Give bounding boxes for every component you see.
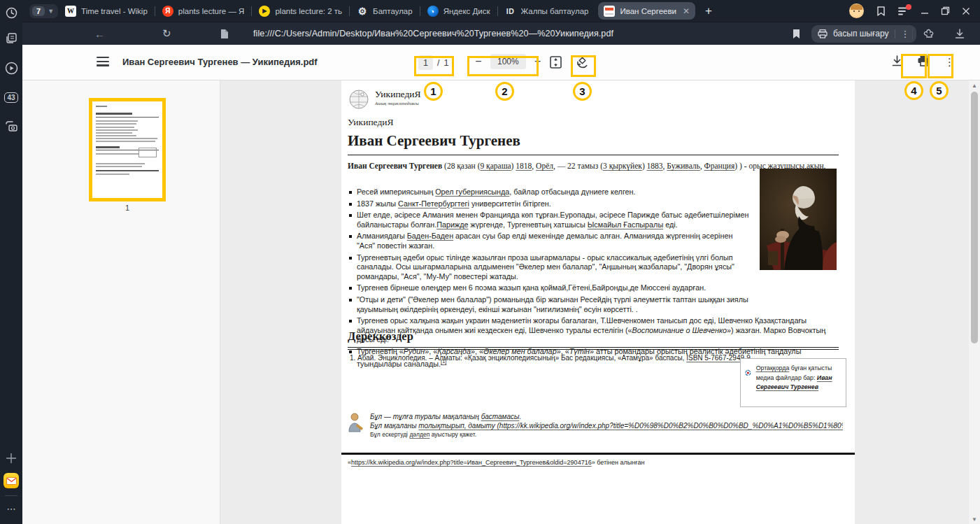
bookmark-icon[interactable] xyxy=(792,29,801,39)
vertical-scrollbar[interactable]: ▲ ▼ xyxy=(969,80,980,524)
tab-count-value: 7 xyxy=(32,6,45,16)
tab-plants-lecture-yandex[interactable]: Я plants lecture — Я xyxy=(155,0,252,22)
sidebar-divider xyxy=(5,495,17,496)
stub-person-icon xyxy=(348,412,364,432)
pdf-content-area: 1 УикипедиЯ Ашық энциклопедиясы Уикипеди… xyxy=(22,80,980,524)
annotation-number-3: 3 xyxy=(573,82,592,101)
annotation-box-page-counter xyxy=(414,56,454,76)
print-page-button[interactable]: басып шығару ⋮ xyxy=(811,25,916,43)
tab-panels-icon[interactable] xyxy=(0,29,22,47)
page-thumbnail[interactable] xyxy=(89,98,166,201)
annotation-number-4: 4 xyxy=(904,81,923,100)
tab-plants-lecture-video[interactable]: ▶ plants lecture: 2 ть xyxy=(252,0,349,22)
commons-box: Ортаққорда бұған қатысты медиа файлдар б… xyxy=(740,358,846,407)
doc-link[interactable]: 3 қыркүйек xyxy=(603,162,642,170)
profile-avatar[interactable] xyxy=(849,3,864,18)
browser-menu-icon[interactable] xyxy=(898,7,909,15)
doc-link[interactable]: https://kk.wikipedia.org/w/index.php?tit… xyxy=(351,459,592,466)
article-bullet: Алманиядағы Баден-Баден арасан суы бар е… xyxy=(348,232,751,250)
badge-43-icon[interactable]: 43 xyxy=(0,88,22,106)
tab-yandex-disk[interactable]: ◗ Яндекс Диск xyxy=(420,0,497,22)
tab-close-icon[interactable]: ✕ xyxy=(683,6,690,16)
article-bullet: "Отцы и дети" ("Әкелер мен балалар") ром… xyxy=(348,295,751,314)
back-icon[interactable]: ← xyxy=(94,28,105,40)
footer-divider xyxy=(341,453,855,455)
notification-dot xyxy=(906,4,911,10)
doc-link[interactable]: толықтырып, дамыту (https://kk.wikipedia… xyxy=(418,422,843,430)
scrollbar-thumb[interactable] xyxy=(971,92,978,344)
doc-link[interactable]: 1883 xyxy=(647,162,663,170)
doc-link[interactable]: Франция xyxy=(704,162,735,170)
thumbnail-page-number: 1 xyxy=(89,204,166,212)
maximize-button[interactable] xyxy=(941,6,950,15)
url-text[interactable]: file:///C:/Users/Admin/Desktop/Иван%20Се… xyxy=(253,29,613,38)
thumbnail-panel: 1 xyxy=(22,80,220,524)
thumbnail-preview xyxy=(92,101,162,198)
article-bullet: Ресей империясының Орел губерниясында, б… xyxy=(348,187,751,197)
play-circle-icon[interactable] xyxy=(0,59,22,77)
doc-link[interactable]: Орел губерниясында xyxy=(435,187,509,196)
stub-line-1: Бұл — тұлға туралы мақаланың бастамасы. xyxy=(370,412,843,421)
sidebar-more-icon[interactable]: ⋯ xyxy=(0,500,22,518)
article-bullet: 1837 жылы Санкт-Петербургтегі университе… xyxy=(348,199,751,209)
pdf-filename: Иван Сергеевич Тургенев — Уикипедия.pdf xyxy=(122,57,318,67)
scroll-up-icon[interactable]: ▲ xyxy=(969,80,980,90)
chevron-down-icon: ▼ xyxy=(48,8,54,15)
doc-link[interactable]: Парижде xyxy=(436,220,468,229)
article-title: Иван Сергеевич Тургенев xyxy=(348,132,839,155)
collections-icon[interactable] xyxy=(923,28,936,39)
tab-bar: 7 ▼ W Time travel - Wikip Я plants lectu… xyxy=(22,0,980,22)
doc-link[interactable]: Орёл xyxy=(536,162,553,170)
close-button[interactable] xyxy=(962,7,970,15)
print-button-label: басып шығару xyxy=(833,29,889,38)
stub-line-3: Бұл ескертуді дәлдеп ауыстыру қажет. xyxy=(370,430,843,439)
minimize-button[interactable] xyxy=(921,7,929,15)
site-label: УикипедиЯ xyxy=(348,117,394,128)
doc-link[interactable]: 1818 xyxy=(516,162,532,170)
doc-link[interactable]: Баден-Баден xyxy=(407,232,453,240)
tab-general-settings[interactable]: ID Жалпы баптаулар xyxy=(498,0,596,22)
doc-link[interactable]: бастамасы xyxy=(481,413,520,420)
scroll-down-icon[interactable]: ▼ xyxy=(969,514,980,524)
fit-to-page-icon[interactable] xyxy=(549,55,562,72)
gear-icon: ⚙ xyxy=(357,6,368,17)
stub-line-2: Бұл мақаланы толықтырып, дамыту (https:/… xyxy=(370,421,843,430)
annotation-box-download xyxy=(901,54,927,78)
wikipedia-logo: УикипедиЯ Ашық энциклопедиясы xyxy=(348,89,421,111)
bookmarks-panel-icon[interactable] xyxy=(876,6,886,17)
browser-window: 43 ⋯ 7 ▼ W Time travel - Wikip Я plants … xyxy=(0,0,980,524)
wikipedia-globe-icon xyxy=(348,89,371,111)
sidebar-badge: 43 xyxy=(4,92,17,103)
sidebar-add-icon[interactable] xyxy=(0,449,22,467)
screenshot-camera-icon[interactable] xyxy=(0,118,22,136)
print-options-kebab-icon[interactable]: ⋮ xyxy=(901,29,910,39)
tab-time-travel[interactable]: W Time travel - Wikip xyxy=(58,0,155,22)
annotation-box-print xyxy=(928,54,953,78)
doc-link[interactable]: 9 қараша xyxy=(480,162,511,170)
yandex-mail-icon[interactable] xyxy=(0,472,22,490)
doc-link[interactable]: дәлдеп xyxy=(409,431,429,438)
history-icon[interactable] xyxy=(0,3,22,22)
youtube-icon: ▶ xyxy=(259,6,270,17)
downloads-icon[interactable] xyxy=(955,29,965,39)
yandex-disk-icon: ◗ xyxy=(427,6,439,17)
page-file-icon xyxy=(220,29,229,39)
addressbar-divider xyxy=(912,29,913,39)
tab-settings[interactable]: ⚙ Баптаулар xyxy=(350,0,420,22)
article-bullet: Тургенев бірнеше өлеңдер мен 6 поэма жаз… xyxy=(348,283,751,293)
article-bullet: Шет елде, әсіресе Алмания менен Францияд… xyxy=(348,211,751,229)
id-icon: ID xyxy=(505,6,516,17)
doc-link[interactable]: Ысмайыл Ғаспыралы xyxy=(588,220,663,229)
annotation-box-zoom-controls xyxy=(467,56,539,76)
reload-icon[interactable]: ↻ xyxy=(162,27,171,40)
doc-link[interactable]: Ортаққорда xyxy=(756,364,790,371)
pdf-menu-hamburger-icon[interactable] xyxy=(97,57,109,66)
wikipedia-wordmark: УикипедиЯ xyxy=(375,89,421,100)
doc-link[interactable]: Буживаль xyxy=(667,162,700,170)
new-tab-button[interactable]: + xyxy=(698,4,719,18)
tab-counter[interactable]: 7 ▼ xyxy=(29,4,58,18)
annotation-box-rotate xyxy=(571,55,596,77)
printer-icon xyxy=(818,29,828,38)
doc-link[interactable]: Санкт-Петербургтегі xyxy=(398,199,469,208)
tab-turgenev-pdf-active[interactable]: Иван Сергееви ✕ xyxy=(598,2,695,20)
